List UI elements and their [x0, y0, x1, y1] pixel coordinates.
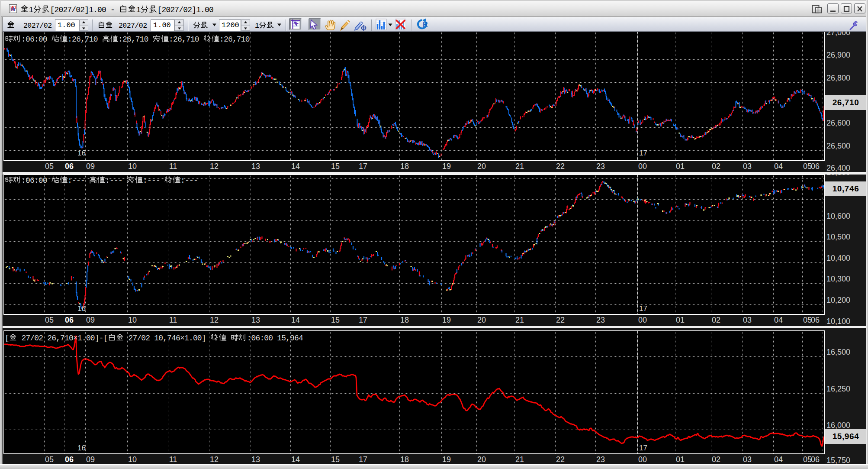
svg-text:27/02 26,710×1.00]-[: 27/02 26,710×1.00]-[ [17, 334, 108, 343]
svg-text:27/02 10,746×1.00]: 27/02 10,746×1.00] [124, 334, 210, 343]
svg-text::---: :--- [68, 176, 89, 185]
svg-text::26,710: :26,710 [68, 35, 102, 44]
svg-text::06:00: :06:00 [21, 35, 51, 44]
svg-text::26,710: :26,710 [118, 35, 153, 44]
svg-text::06:00: :06:00 [21, 176, 51, 185]
svg-text::---: :--- [180, 176, 198, 185]
svg-text::---: :--- [105, 176, 127, 185]
svg-text::---: :--- [143, 176, 164, 185]
svg-text::26,710: :26,710 [169, 35, 203, 44]
svg-text::26,710: :26,710 [219, 35, 250, 44]
svg-text::06:00 15,964: :06:00 15,964 [247, 334, 303, 343]
svg-text:[: [ [5, 334, 9, 343]
